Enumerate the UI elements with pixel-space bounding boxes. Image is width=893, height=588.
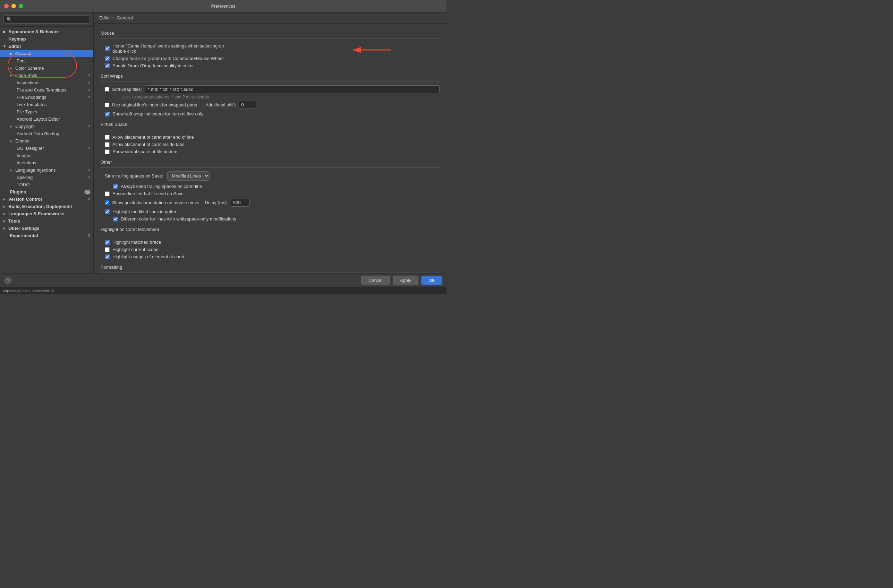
sidebar-item-experimental[interactable]: Experimental ⚙ [0, 232, 93, 239]
formatting-section: Formatting Show notification after refor… [101, 264, 440, 273]
camel-humps-checkbox[interactable] [105, 46, 110, 51]
virtual-space-bottom-row: Show virtual space at file bottom [105, 148, 440, 155]
arrow-icon: ▼ [3, 44, 7, 48]
section-divider [101, 130, 440, 130]
delay-input[interactable] [231, 199, 250, 207]
highlight-brace-row: Highlight matched brace [105, 238, 440, 246]
search-input[interactable] [3, 15, 90, 24]
sidebar-item-color-scheme[interactable]: ▶ Color Scheme [0, 64, 93, 72]
drag-drop-checkbox[interactable] [105, 63, 110, 68]
sidebar-item-version-control[interactable]: ▶ Version Control ⚙ [0, 195, 93, 203]
settings-icon: ⚙ [87, 81, 90, 85]
virtual-space-bottom-checkbox[interactable] [105, 149, 110, 154]
original-indent-checkbox[interactable] [105, 103, 109, 107]
settings-panel: Mouse Honor "CamelHumps" words settings … [94, 24, 446, 273]
settings-icon: ⚙ [87, 176, 90, 179]
ensure-line-feed-checkbox[interactable] [105, 191, 110, 196]
arrow-icon: ▶ [3, 219, 7, 223]
highlight-scope-label: Highlight current scope [113, 247, 159, 252]
caret-end-row: Allow placement of caret after end of li… [105, 134, 440, 141]
quick-doc-checkbox[interactable] [105, 200, 109, 205]
highlight-modified-checkbox[interactable] [105, 209, 110, 214]
sidebar-item-label: Android Data Binding [17, 131, 59, 136]
sidebar-item-languages-frameworks[interactable]: ▶ Languages & Frameworks [0, 210, 93, 218]
arrow-icon: ▶ [10, 52, 14, 56]
strip-trailing-dropdown[interactable]: None All Modified Lines [167, 171, 209, 181]
show-indicators-checkbox[interactable] [105, 112, 110, 117]
soft-wraps-section: Soft Wraps Soft-wrap files: Use ; to sep… [101, 74, 440, 117]
soft-wrap-pattern-input[interactable] [145, 85, 440, 93]
soft-wraps-title: Soft Wraps [101, 74, 440, 79]
sidebar-item-editor[interactable]: ▼ Editor [0, 43, 93, 50]
sidebar-item-general[interactable]: ▶ General [0, 50, 93, 57]
mouse-section-title: Mouse [101, 30, 440, 36]
highlight-usages-checkbox[interactable] [105, 255, 110, 260]
main-container: ▶ Appearance & Behavior Keymap ▼ Editor … [0, 12, 446, 273]
sidebar-item-label: Editor [8, 44, 21, 49]
show-indicators-row: Show soft wrap indicators for current li… [105, 110, 440, 117]
sidebar-item-gui-designer[interactable]: GUI Designer ⚙ [0, 145, 93, 152]
arrow-icon: ▶ [10, 168, 14, 172]
cancel-button[interactable]: Cancel [361, 276, 389, 285]
sidebar-item-label: TODO [17, 182, 30, 187]
sidebar-item-plugins[interactable]: Plugins 5 [0, 188, 93, 195]
arrow-icon: ▶ [3, 204, 7, 208]
maximize-button[interactable] [19, 4, 23, 8]
sidebar-item-keymap[interactable]: Keymap [0, 35, 93, 43]
sidebar-item-spelling[interactable]: Spelling ⚙ [0, 174, 93, 181]
sidebar-item-images[interactable]: Images [0, 152, 93, 159]
strip-trailing-label: Strip trailing spaces on Save: [105, 173, 163, 178]
sidebar-item-emmet[interactable]: ▶ Emmet [0, 137, 93, 145]
sidebar-item-language-injections[interactable]: ▶ Language Injections ⚙ [0, 166, 93, 174]
highlight-usages-label: Highlight usages of element at caret [113, 254, 184, 260]
caret-tabs-checkbox[interactable] [105, 142, 110, 147]
additional-shift-input[interactable] [239, 101, 256, 109]
sidebar-item-android-layout-editor[interactable]: Android Layout Editor [0, 116, 93, 123]
sidebar-item-file-encodings[interactable]: File Encodings ⚙ [0, 94, 93, 101]
sidebar-item-intentions[interactable]: Intentions [0, 159, 93, 166]
section-divider [101, 81, 440, 82]
caret-end-label: Allow placement of caret after end of li… [113, 135, 194, 140]
help-button[interactable]: ? [4, 277, 12, 284]
bottom-bar: ? Cancel Apply OK [0, 273, 446, 287]
sidebar-item-label: Live Templates [17, 102, 47, 107]
quick-doc-row: Show quick documentation on mouse move D… [105, 199, 440, 207]
arrow-icon: ▶ [3, 197, 7, 201]
arrow-icon: ▶ [10, 139, 14, 143]
diff-color-checkbox[interactable] [113, 217, 118, 222]
diff-color-row: Different color for lines with whitespac… [113, 215, 440, 223]
minimize-button[interactable] [12, 4, 16, 8]
sidebar-item-appearance[interactable]: ▶ Appearance & Behavior [0, 28, 93, 35]
titlebar: Preferences [0, 0, 446, 12]
settings-icon: ⚙ [87, 95, 90, 99]
sidebar-item-label: Code Style [15, 73, 38, 78]
sidebar-item-file-code-templates[interactable]: File and Code Templates ⚙ [0, 86, 93, 94]
sidebar-item-file-types[interactable]: File Types [0, 108, 93, 116]
keep-trailing-checkbox[interactable] [113, 184, 118, 189]
highlight-brace-checkbox[interactable] [105, 240, 110, 245]
sidebar-item-copyright[interactable]: ▶ Copyright ⚙ [0, 123, 93, 130]
sidebar-item-live-templates[interactable]: Live Templates [0, 101, 93, 108]
original-indent-label: Use original line's indent for wrapped p… [112, 102, 197, 108]
sidebar-item-tools[interactable]: ▶ Tools [0, 218, 93, 225]
plugins-badge: 5 [84, 190, 90, 195]
sidebar-item-android-data-binding[interactable]: Android Data Binding [0, 130, 93, 137]
close-button[interactable] [4, 4, 9, 8]
soft-wrap-files-checkbox[interactable] [105, 87, 109, 92]
sidebar-item-font[interactable]: Font [0, 57, 93, 64]
sidebar-item-label: Images [17, 153, 32, 158]
highlight-scope-checkbox[interactable] [105, 247, 110, 252]
caret-end-checkbox[interactable] [105, 135, 110, 140]
sidebar-item-build-execution[interactable]: ▶ Build, Execution, Deployment [0, 203, 93, 210]
ok-button[interactable]: OK [421, 276, 442, 285]
apply-button[interactable]: Apply [393, 276, 419, 285]
change-font-checkbox[interactable] [105, 56, 110, 61]
sidebar-item-inspections[interactable]: Inspections ⚙ [0, 79, 93, 86]
mouse-section: Mouse Honor "CamelHumps" words settings … [101, 30, 440, 69]
sidebar-item-code-style[interactable]: ▶ Code Style ⚙ [0, 72, 93, 79]
sidebar-item-label: Version Control [8, 196, 42, 202]
sidebar-item-other-settings[interactable]: ▶ Other Settings [0, 225, 93, 232]
sidebar-item-todo[interactable]: TODO [0, 181, 93, 188]
show-indicators-label: Show soft wrap indicators for current li… [113, 111, 203, 117]
sidebar-item-label: Inspections [17, 80, 39, 85]
